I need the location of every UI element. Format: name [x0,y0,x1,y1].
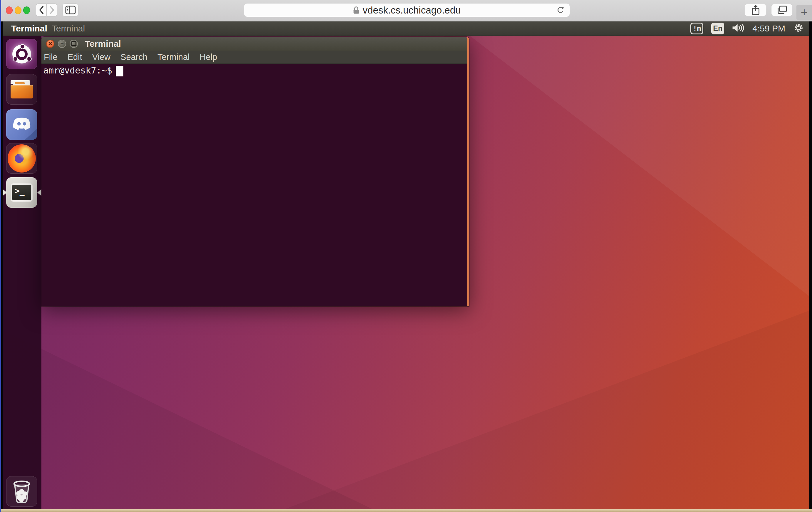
terminal-close-button[interactable]: ✕ [46,40,54,48]
right-black-strip [809,21,812,509]
share-button[interactable] [745,4,766,16]
new-tab-button[interactable]: + [796,5,812,20]
panel-indicators: !m En 4:59 PM [690,22,809,34]
share-icon [751,4,761,16]
menu-edit[interactable]: Edit [67,52,82,62]
sidebar-icon [65,5,76,15]
ubuntu-dash-icon [12,45,31,63]
terminal-window-title: Terminal [85,39,121,49]
chevron-right-icon [49,6,55,15]
url-text: vdesk.cs.uchicago.edu [363,5,461,16]
launcher-item-firefox[interactable] [6,143,37,174]
menu-terminal[interactable]: Terminal [157,52,190,62]
window-zoom-button[interactable] [23,6,30,14]
launcher-item-terminal[interactable]: >_ [6,177,37,208]
left-edge-strip [0,0,1,512]
window-close-button[interactable] [6,6,12,14]
terminal-cursor [116,66,123,77]
unity-top-panel: Terminal Terminal !m En 4:59 PM [1,21,809,36]
window-minimize-button[interactable] [15,6,22,14]
left-black-strip [1,21,3,509]
terminal-maximize-button[interactable] [69,40,78,48]
forward-button[interactable] [47,3,57,17]
sidebar-toggle-button[interactable] [62,3,79,17]
terminal-icon: >_ [11,183,33,202]
launcher-item-discord[interactable] [6,109,37,140]
terminal-titlebar[interactable]: ✕ − Terminal [41,37,467,51]
focused-app-arrow [37,189,41,196]
firefox-icon [8,144,36,173]
terminal-window: ✕ − Terminal File Edit View Search Termi… [41,37,469,306]
files-folder-icon [10,80,33,98]
bottom-edge-strip [0,509,812,512]
clock[interactable]: 4:59 PM [752,24,785,33]
gear-icon [793,22,804,33]
back-button[interactable] [36,3,47,17]
launcher-item-trash[interactable] [6,476,37,507]
chevron-left-icon [38,6,45,15]
lock-icon [353,6,359,14]
reload-button[interactable] [556,6,565,16]
panel-window-title: Terminal [52,24,85,33]
terminal-menubar: File Edit View Search Terminal Help [41,51,467,64]
discord-icon [10,116,33,134]
keyboard-indicator-icon[interactable]: !m [690,23,703,34]
language-indicator[interactable]: En [711,23,724,34]
shell-prompt: amr@vdesk7:~$ [43,65,112,76]
tab-overview-button[interactable] [771,4,792,16]
trash-full-icon [10,479,33,504]
browser-toolbar: vdesk.cs.uchicago.edu + [0,0,812,22]
unity-launcher: >_ [3,36,41,509]
reload-icon [556,6,565,15]
menu-file[interactable]: File [44,52,58,62]
menu-view[interactable]: View [92,52,111,62]
terminal-content[interactable]: amr@vdesk7:~$ [41,64,467,306]
volume-indicator[interactable] [732,23,745,34]
address-bar[interactable]: vdesk.cs.uchicago.edu [244,3,570,17]
session-menu[interactable] [793,22,804,34]
screen: vdesk.cs.uchicago.edu + [0,0,812,512]
menu-help[interactable]: Help [200,52,218,62]
terminal-minimize-button[interactable]: − [58,40,66,48]
launcher-item-files[interactable] [6,74,37,105]
speaker-icon [732,23,745,33]
plus-icon: + [801,6,808,19]
running-app-arrow [3,189,7,196]
tabs-icon [776,5,787,15]
panel-app-name: Terminal [11,24,47,33]
launcher-item-ubuntu-dash[interactable] [6,39,37,69]
panel-app-menu[interactable]: Terminal Terminal [11,24,85,33]
menu-search[interactable]: Search [120,52,147,62]
